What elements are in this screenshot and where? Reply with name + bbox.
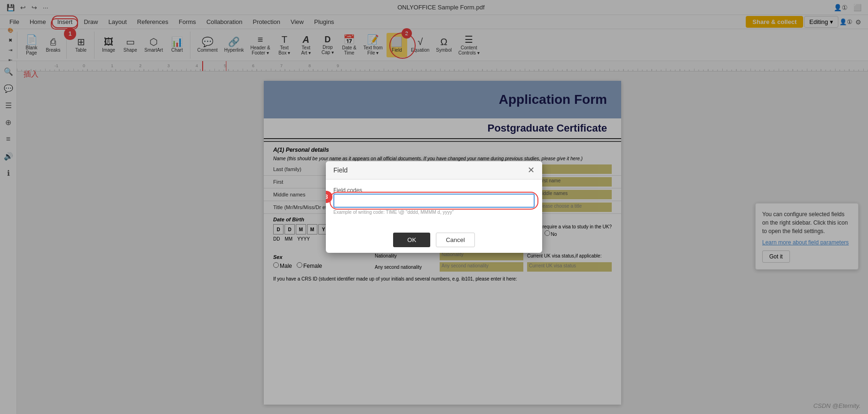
dialog-body: 3 Field codes Example of writing code: T…: [326, 180, 542, 227]
cancel-button[interactable]: Cancel: [436, 233, 474, 247]
dialog-title: Field: [333, 166, 347, 174]
field-codes-label: Field codes: [333, 187, 362, 194]
annotation-badge-3: 3: [326, 191, 332, 203]
dialog-hint: Example of writing code: TIME \@ "dddd, …: [333, 210, 535, 215]
dialog-box: Field ✕ 3 Field codes Example of writing…: [326, 161, 542, 253]
field-codes-input[interactable]: [333, 194, 535, 208]
ok-button[interactable]: OK: [393, 233, 430, 247]
dialog-footer: OK Cancel: [326, 227, 542, 253]
dialog-header: Field ✕: [326, 161, 542, 180]
dialog-close-button[interactable]: ✕: [528, 166, 535, 174]
field-dialog: Field ✕ 3 Field codes Example of writing…: [0, 0, 868, 414]
